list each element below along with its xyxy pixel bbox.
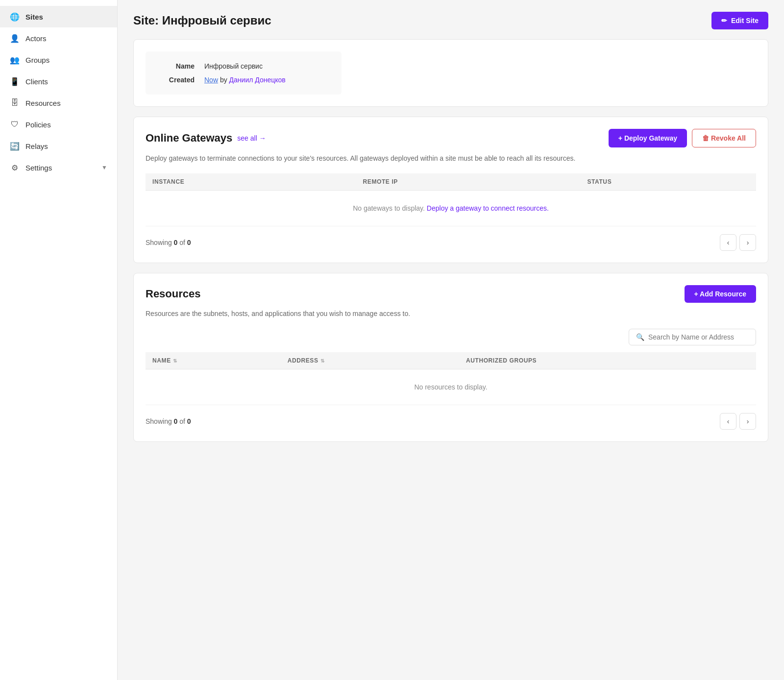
name-value: Инфровый сервис <box>204 62 263 70</box>
resources-section-title: Resources <box>146 288 201 300</box>
gateways-description: Deploy gateways to terminate connections… <box>146 153 756 164</box>
resources-empty-cell: No resources to display. <box>146 369 756 405</box>
sidebar-item-label: Policies <box>25 121 51 129</box>
sidebar-item-relays[interactable]: 🔄 Relays <box>0 135 117 157</box>
actor-icon: 👤 <box>10 33 20 43</box>
sidebar-item-resources[interactable]: 🗄 Resources <box>0 92 117 114</box>
gateways-empty-cell: No gateways to display. Deploy a gateway… <box>146 191 756 226</box>
sidebar-item-label: Clients <box>25 77 48 86</box>
gateways-title: Online Gateways see all → <box>146 132 266 145</box>
sidebar-item-label: Relays <box>25 142 48 150</box>
settings-icon: ⚙ <box>10 163 20 172</box>
sidebar-item-label: Actors <box>25 34 47 43</box>
page-header: Site: Инфровый сервис ✏ Edit Site <box>133 12 768 29</box>
resources-prev-page-button[interactable]: ‹ <box>720 413 736 430</box>
search-box: 🔍 <box>629 329 756 345</box>
sidebar-item-groups[interactable]: 👥 Groups <box>0 49 117 71</box>
author-link[interactable]: Даниил Донецков <box>229 76 286 84</box>
resources-next-page-button[interactable]: › <box>739 413 756 430</box>
address-sortable[interactable]: ADDRESS ⇅ <box>288 357 452 364</box>
col-status: STATUS <box>580 173 756 191</box>
gateways-showing: Showing 0 of 0 <box>146 239 191 246</box>
gateways-header: Online Gateways see all → + Deploy Gatew… <box>146 129 756 147</box>
resources-table: NAME ⇅ ADDRESS ⇅ AUTHORIZED GROUPS <box>146 352 756 405</box>
sidebar-item-policies[interactable]: 🛡 Policies <box>0 114 117 135</box>
gateways-actions: + Deploy Gateway 🗑 Revoke All <box>609 129 756 147</box>
created-value: Now by Даниил Донецков <box>204 76 286 84</box>
edit-site-button[interactable]: ✏ Edit Site <box>711 12 768 29</box>
policies-icon: 🛡 <box>10 120 20 129</box>
col-name: NAME ⇅ <box>146 352 281 369</box>
resources-card: Resources + Add Resource Resources are t… <box>133 273 768 442</box>
created-label: Created <box>155 76 195 84</box>
col-remote-ip: REMOTE IP <box>356 173 581 191</box>
col-instance: INSTANCE <box>146 173 356 191</box>
pencil-icon: ✏ <box>721 17 727 24</box>
resources-header: Resources + Add Resource <box>146 285 756 303</box>
globe-icon: 🌐 <box>10 12 20 22</box>
revoke-all-button[interactable]: 🗑 Revoke All <box>692 129 756 147</box>
site-info-table: Name Инфровый сервис Created Now by Дани… <box>146 51 342 95</box>
sidebar-item-label: Resources <box>25 99 61 107</box>
address-sort-icon: ⇅ <box>320 358 325 364</box>
search-icon: 🔍 <box>636 333 644 341</box>
sidebar-item-label: Sites <box>25 13 43 21</box>
resources-description: Resources are the subnets, hosts, and ap… <box>146 309 756 319</box>
site-info-card: Name Инфровый сервис Created Now by Дани… <box>133 39 768 107</box>
gateways-pagination: Showing 0 of 0 ‹ › <box>146 234 756 251</box>
sidebar: 🌐 Sites 👤 Actors 👥 Groups 📱 Clients 🗄 Re… <box>0 0 118 680</box>
name-row: Name Инфровый сервис <box>155 59 332 73</box>
created-time-link[interactable]: Now <box>204 76 218 84</box>
resources-empty-row: No resources to display. <box>146 369 756 405</box>
resources-pagination-buttons: ‹ › <box>720 413 756 430</box>
created-by-text: by <box>220 76 227 84</box>
sidebar-item-label: Settings <box>25 164 52 172</box>
see-all-gateways-link[interactable]: see all → <box>237 134 266 142</box>
sidebar-item-settings[interactable]: ⚙ Settings ▼ <box>0 157 117 178</box>
gateways-pagination-buttons: ‹ › <box>720 234 756 251</box>
col-auth-groups: AUTHORIZED GROUPS <box>459 352 756 369</box>
deploy-gateway-button[interactable]: + Deploy Gateway <box>609 129 687 147</box>
sidebar-item-actors[interactable]: 👤 Actors <box>0 27 117 49</box>
clients-icon: 📱 <box>10 76 20 86</box>
add-resource-button[interactable]: + Add Resource <box>685 285 756 303</box>
gateways-empty-row: No gateways to display. Deploy a gateway… <box>146 191 756 226</box>
name-label: Name <box>155 62 195 70</box>
relays-icon: 🔄 <box>10 141 20 151</box>
page-title: Site: Инфровый сервис <box>133 14 271 27</box>
col-address: ADDRESS ⇅ <box>281 352 459 369</box>
search-input[interactable] <box>648 333 749 341</box>
sidebar-item-sites[interactable]: 🌐 Sites <box>0 6 117 27</box>
created-row: Created Now by Даниил Донецков <box>155 73 332 87</box>
gateways-card: Online Gateways see all → + Deploy Gatew… <box>133 117 768 263</box>
resources-showing: Showing 0 of 0 <box>146 417 191 425</box>
sidebar-item-label: Groups <box>25 56 49 64</box>
name-sort-icon: ⇅ <box>173 358 177 364</box>
sidebar-item-clients[interactable]: 📱 Clients <box>0 71 117 92</box>
prev-page-button[interactable]: ‹ <box>720 234 736 251</box>
name-sortable[interactable]: NAME ⇅ <box>152 357 274 364</box>
chevron-down-icon: ▼ <box>101 164 107 171</box>
sidebar-nav: 🌐 Sites 👤 Actors 👥 Groups 📱 Clients 🗄 Re… <box>0 0 117 184</box>
deploy-gateway-link[interactable]: Deploy a gateway to connect resources. <box>427 204 549 212</box>
resources-pagination: Showing 0 of 0 ‹ › <box>146 413 756 430</box>
groups-icon: 👥 <box>10 55 20 65</box>
gateways-table: INSTANCE REMOTE IP STATUS No gateways to… <box>146 173 756 226</box>
resources-icon: 🗄 <box>10 98 20 108</box>
main-content: Site: Инфровый сервис ✏ Edit Site Name И… <box>118 0 784 680</box>
gateways-empty-text: No gateways to display. <box>353 204 425 212</box>
next-page-button[interactable]: › <box>739 234 756 251</box>
